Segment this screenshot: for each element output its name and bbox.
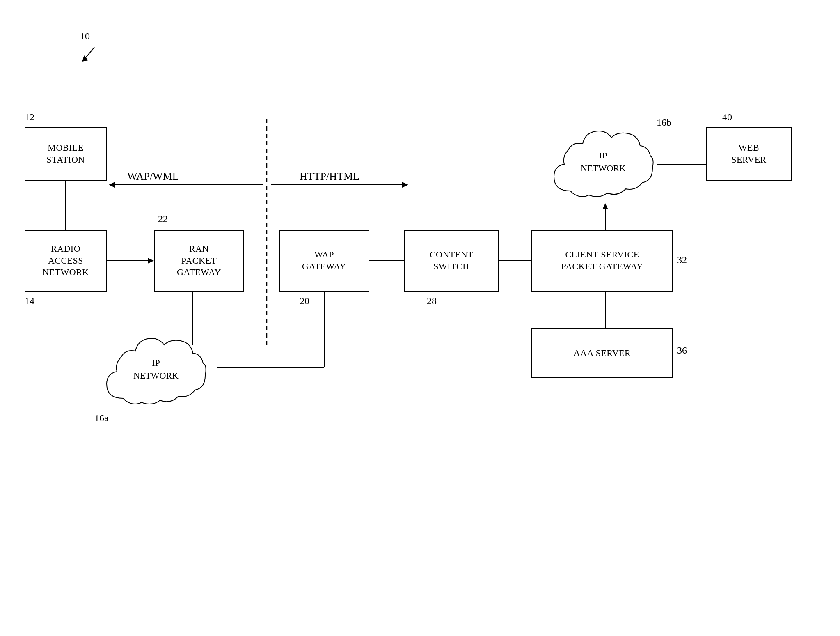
mobile-station-box: MOBILESTATION — [25, 127, 107, 181]
ip-network-16a-cloud: IPNETWORK — [98, 324, 213, 415]
ref-20: 20 — [300, 296, 309, 307]
wap-gateway-box: WAPGATEWAY — [279, 230, 369, 292]
svg-marker-21 — [402, 182, 408, 188]
ref-36: 36 — [677, 345, 687, 356]
ref-12: 12 — [25, 112, 34, 123]
ran-packet-gateway-box: RANPACKETGATEWAY — [154, 230, 244, 292]
content-switch-label: CONTENTSWITCH — [430, 249, 473, 272]
ref-10: 10 — [80, 31, 90, 42]
aaa-server-box: AAA SERVER — [531, 328, 673, 378]
ref-22: 22 — [158, 214, 168, 225]
ip-network-16b-label: IPNETWORK — [581, 149, 626, 175]
ip-network-16b-cloud: IPNETWORK — [546, 117, 661, 207]
svg-line-22 — [84, 47, 94, 60]
aaa-server-label: AAA SERVER — [574, 347, 631, 359]
radio-access-network-box: RADIOACCESSNETWORK — [25, 230, 107, 292]
svg-marker-23 — [82, 55, 88, 62]
ip-network-16a-label: IPNETWORK — [133, 357, 179, 382]
wap-gateway-label: WAPGATEWAY — [302, 249, 346, 272]
mobile-station-label: MOBILESTATION — [46, 142, 85, 165]
diagram: 10 MOBILESTATION 12 RADIOACCESSNETWORK 1… — [0, 0, 840, 636]
ref-16a: 16a — [94, 413, 109, 424]
web-server-label: WEBSERVER — [731, 142, 767, 165]
radio-access-network-label: RADIOACCESSNETWORK — [42, 243, 89, 278]
client-service-packet-gateway-label: CLIENT SERVICEPACKET GATEWAY — [561, 249, 643, 272]
svg-marker-3 — [148, 258, 154, 264]
connections-svg — [0, 0, 840, 636]
wap-wml-label: WAP/WML — [127, 170, 179, 183]
ref-32: 32 — [677, 255, 687, 266]
content-switch-box: CONTENTSWITCH — [404, 230, 499, 292]
ran-packet-gateway-label: RANPACKETGATEWAY — [177, 243, 221, 278]
ref-16b: 16b — [657, 117, 671, 128]
client-service-packet-gateway-box: CLIENT SERVICEPACKET GATEWAY — [531, 230, 673, 292]
ref-14: 14 — [25, 296, 34, 307]
ref-40: 40 — [722, 112, 732, 123]
http-html-label: HTTP/HTML — [300, 170, 359, 183]
svg-marker-19 — [109, 182, 115, 188]
web-server-box: WEBSERVER — [706, 127, 792, 181]
ref-28: 28 — [427, 296, 437, 307]
